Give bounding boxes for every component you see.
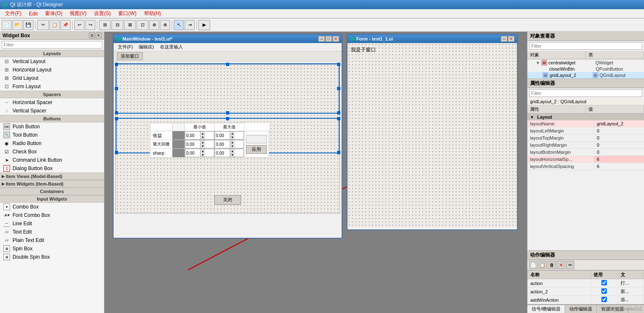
resize-handle-right[interactable]	[337, 87, 340, 90]
widget-item-grid-layout[interactable]: ⊠ Grid Layout	[0, 74, 104, 82]
toolbar-adjust[interactable]: ⊕	[160, 20, 170, 30]
resize-handle2-bl[interactable]	[115, 151, 118, 154]
prop-layout-name[interactable]: layoutName gridLayout_2	[527, 120, 644, 127]
widget-item-check-box[interactable]: ☑ Check Box	[0, 148, 104, 156]
resize-handle-bottom[interactable]	[226, 111, 229, 115]
spinbox-up-1[interactable]: ▲	[200, 140, 205, 144]
action-row-2[interactable]: addWinAction 添...	[528, 296, 644, 304]
widget-item-push-button[interactable]: OK Push Button	[0, 122, 104, 131]
spinbox-max-down-1[interactable]: ▼	[230, 144, 235, 148]
toolbar-cut[interactable]: ✂	[37, 20, 49, 30]
spinbox-up-2[interactable]: ▲	[200, 149, 205, 153]
tree-item-centralwidget[interactable]: ▼ W centralwidget QWidget	[527, 59, 644, 66]
spinbox-max-up-2[interactable]: ▲	[230, 149, 235, 153]
widget-item-h-spacer[interactable]: ↔ Horizontal Spacer	[0, 98, 104, 107]
toolbar-pointer[interactable]: ↖	[174, 20, 184, 30]
menu-file[interactable]: 文件(F)	[2, 9, 25, 18]
object-inspector-filter[interactable]	[529, 42, 642, 50]
menu-settings[interactable]: 设置(S)	[91, 9, 114, 18]
widget-item-command-link[interactable]: ➤ Command Link Button	[0, 156, 104, 164]
property-filter-input[interactable]	[529, 89, 642, 97]
widget-box-close[interactable]: ✕	[96, 33, 101, 38]
main-window-restore[interactable]: □	[325, 36, 332, 42]
menu-help[interactable]: 帮助(H)	[141, 9, 165, 18]
resize-handle2-tr[interactable]	[337, 117, 340, 120]
resize-handle2-br[interactable]	[337, 151, 340, 154]
resize-handle-left[interactable]	[115, 87, 118, 90]
prop-left-margin[interactable]: layoutLeftMargin 0	[527, 127, 644, 135]
tree-item-closebtn[interactable]: closeWinBtn QPushButton	[527, 66, 644, 72]
widget-item-dialog-button-box[interactable]: ╳ Dialog Button Box	[0, 164, 104, 173]
tree-expand-centralwidget[interactable]: ▼	[536, 61, 540, 65]
prop-right-margin[interactable]: layoutRightMargin 0	[527, 142, 644, 149]
child-form-area[interactable]: 我是子窗口	[347, 43, 517, 227]
resize-handle-bl[interactable]	[115, 111, 118, 115]
action-edit-btn[interactable]: ✏	[566, 261, 574, 269]
main-window-close[interactable]: ✕	[332, 36, 339, 42]
action-row-0[interactable]: action 打...	[528, 279, 644, 288]
toolbar-layout-f[interactable]: ⊡	[137, 20, 148, 30]
toolbar-tab[interactable]: ⇥	[185, 20, 195, 30]
menu-edit[interactable]: Edit	[25, 10, 41, 18]
toolbar-copy[interactable]: 📋	[50, 20, 60, 30]
toolbar-open[interactable]: 📂	[13, 20, 23, 30]
spinbox-max-down-2[interactable]: ▼	[230, 153, 235, 157]
widget-item-double-spin-box[interactable]: ⊞ Double Spin Box	[0, 253, 104, 261]
prop-top-margin[interactable]: layoutTopMargin 0	[527, 135, 644, 142]
win-menu-edit[interactable]: 编辑(E)	[136, 43, 157, 51]
menu-window[interactable]: 窗口(W)	[115, 9, 139, 18]
widget-box-float[interactable]: ⧉	[89, 33, 95, 38]
toolbar-layout-g[interactable]: ⊠	[124, 20, 136, 30]
widget-item-combo-box[interactable]: ▾ Combo Box	[0, 203, 104, 211]
toolbar-paste[interactable]: 📌	[61, 20, 71, 30]
resize-handle-tl[interactable]	[115, 63, 118, 66]
spinbox-max-down-0[interactable]: ▼	[230, 135, 235, 139]
toolbar-layout-h[interactable]: ⊞	[99, 20, 111, 30]
toolbar-save[interactable]: 💾	[23, 20, 33, 30]
main-window-minimize[interactable]: ─	[318, 36, 325, 42]
widget-item-v-spacer[interactable]: ↕ Vertical Spacer	[0, 107, 104, 115]
win-menu-file[interactable]: 文件(F)	[115, 43, 135, 51]
spinbox-down-0[interactable]: ▼	[200, 135, 205, 139]
toolbar-layout-v[interactable]: ⊟	[112, 20, 123, 30]
spinbox-max-up-1[interactable]: ▲	[230, 140, 235, 144]
toolbar-new[interactable]: 📄	[2, 20, 12, 30]
resize-handle-br[interactable]	[337, 111, 340, 115]
toolbar-undo[interactable]: ↩	[74, 20, 84, 30]
widget-item-form-layout[interactable]: ⊡ Form Layout	[0, 82, 104, 91]
form-dotted-area[interactable]: 最小值 最大值 收益	[115, 63, 340, 214]
widget-item-spin-box[interactable]: ⊞ Spin Box	[0, 244, 104, 253]
widget-filter-input[interactable]	[2, 41, 102, 48]
resize-handle-tr[interactable]	[337, 63, 340, 66]
add-window-btn[interactable]: 添加窗口	[117, 52, 143, 60]
spinbox-min-input-0[interactable]	[185, 133, 200, 138]
widget-item-vertical-layout[interactable]: ⊟ Vertical Layout	[0, 57, 104, 66]
widget-item-line-edit[interactable]: ─ Line Edit	[0, 219, 104, 228]
spinbox-max-up-0[interactable]: ▲	[230, 132, 235, 135]
widget-item-plain-text-edit[interactable]: AI Plain Text Edit	[0, 236, 104, 244]
menu-form[interactable]: 窗体(O)	[42, 9, 66, 18]
toolbar-break[interactable]: ⊗	[149, 20, 159, 30]
category-item-widgets[interactable]: ▶ Item Widgets (Item-Based)	[0, 180, 104, 188]
widget-item-horizontal-layout[interactable]: ⊞ Horizontal Layout	[0, 66, 104, 74]
action-used-0[interactable]	[591, 279, 618, 288]
resize-handle2-top[interactable]	[226, 117, 229, 120]
action-copy-btn[interactable]: 📋	[538, 261, 547, 269]
menu-view[interactable]: 视图(V)	[66, 9, 90, 18]
action-delete-btn[interactable]: 🗑	[548, 261, 556, 269]
close-window-button[interactable]: 关闭	[214, 195, 241, 205]
spinbox-min-input-1[interactable]	[185, 142, 200, 147]
spinbox-max-input-2[interactable]	[215, 150, 230, 156]
category-item-views[interactable]: ▶ Item Views (Model-Based)	[0, 173, 104, 180]
action-x-btn[interactable]: ✕	[557, 261, 565, 269]
widget-item-text-edit[interactable]: AI Text Edit	[0, 228, 104, 236]
spinbox-up-0[interactable]: ▲	[200, 132, 205, 135]
spinbox-min-0[interactable]: ▲ ▼	[185, 131, 215, 140]
prop-h-spacing[interactable]: layoutHorizontalSp... 6	[527, 156, 644, 163]
spinbox-max-0[interactable]: ▲ ▼	[215, 131, 244, 140]
widget-item-tool-button[interactable]: 🔧 Tool Button	[0, 131, 104, 139]
resize-handle-top[interactable]	[226, 63, 229, 66]
toolbar-redo[interactable]: ↪	[85, 20, 95, 30]
spinbox-min-input-2[interactable]	[185, 150, 200, 156]
tab-signal-slot[interactable]: 信号/槽编辑器	[527, 305, 565, 313]
